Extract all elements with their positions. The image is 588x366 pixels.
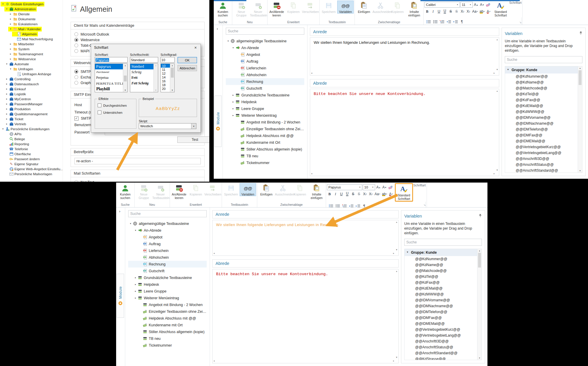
tree-expander-icon[interactable]: ▸ [5,98,8,100]
font-color-button[interactable]: A▾ [388,191,394,197]
nav-item-mail-nachverfolgung[interactable]: Mail Nachverfolgung [0,36,63,41]
increase-indent-button[interactable] [355,203,361,208]
double-strikethrough-button[interactable]: S [454,9,459,14]
nav-item-logistik[interactable]: ▸Logistik [0,91,63,96]
radio-icon[interactable] [74,75,78,79]
skript-combo[interactable]: Westlich▾ [139,123,196,129]
tree-expander-icon[interactable]: ▾ [1,3,4,5]
nav-item-produktion[interactable]: ▸Produktion [0,106,63,111]
change-case-button[interactable]: Aa▾ [374,191,381,197]
dialog-close-icon[interactable]: × [193,45,198,50]
numbered-list-button[interactable] [432,19,438,24]
tree-expander-icon[interactable]: ▸ [5,93,8,95]
style-list-item[interactable]: Standard [130,64,154,69]
superscript-button[interactable]: X2 [460,9,465,14]
inhalte-einf-gen-button[interactable]: Inhalte einfügen [308,183,325,200]
nav-item-controlling[interactable]: ▸Controlling [0,76,63,81]
bold-button[interactable]: B [327,191,332,197]
tree-expander-icon[interactable]: ▾ [5,8,8,10]
strikethrough-button[interactable]: S [350,191,356,197]
radio-icon[interactable] [74,81,78,85]
nav-item-qualit-tsmanagement[interactable]: ▸Qualitätsmanagement [0,111,63,116]
font-name-combo[interactable]: Papyrus▾ [327,184,362,190]
size-list-item[interactable]: 14 [161,75,170,79]
nav-item-reporting[interactable]: Reporting [0,141,63,146]
subscript-button[interactable]: X2 [466,9,471,14]
underline-button[interactable]: U [339,191,344,197]
font-list-item[interactable]: Parchment [95,69,123,75]
italic-button[interactable]: I [333,191,338,197]
radio-icon[interactable] [74,49,78,53]
tree-expander-icon[interactable]: ▾ [9,68,12,70]
tree-expander-icon[interactable]: ▸ [9,53,12,55]
superscript-button[interactable]: X2 [362,191,368,197]
radio-icon[interactable] [74,44,78,47]
nav-item-taskmanagment[interactable]: ▸Taskmanagment [0,51,63,56]
nav-item-webservice[interactable]: ▸Webservice [0,56,63,61]
font-name-input[interactable]: Papyrus [95,57,128,63]
nav-item-dienste[interactable]: ▸Dienste [0,11,63,16]
font-list-item[interactable]: Playbill [95,86,123,92]
multilevel-list-button[interactable] [341,203,348,208]
nav-item-apis[interactable]: APIs [0,131,63,136]
an-abrede-leeren-button[interactable]: An/Abrede leeren [268,1,285,17]
multilevel-list-button[interactable] [439,19,445,24]
underline-button[interactable]: U [436,9,442,14]
radio-icon[interactable] [74,38,78,42]
einf-gen-button[interactable]: Einfügen [258,183,275,196]
size-list[interactable]: 10111214161820▴▾ [161,63,175,92]
nav-item-einkauf[interactable]: ▸Einkauf [0,86,63,91]
font-list[interactable]: PapyrusParchmentPerpetuaPERPETUA TITLING… [95,63,128,92]
bullet-list-button[interactable] [328,203,334,208]
standard-schriftart-button[interactable]: AStandard Schriftart [492,1,509,17]
pilcrow-button[interactable]: ¶ [459,19,465,24]
shrink-font-button[interactable]: A▼ [382,185,387,190]
tree-expander-icon[interactable]: ▸ [9,43,12,45]
nav-item-mycentron[interactable]: ▸MyCentron [0,96,63,101]
font-style-input[interactable]: Standard [130,57,158,63]
nav-item-allgemein[interactable]: Allgemein [0,31,63,36]
size-list-item[interactable]: 10 [161,64,170,68]
subscript-button[interactable]: X2 [368,191,373,197]
tree-expander-icon[interactable]: ▾ [5,63,8,65]
clear-formatting-button[interactable] [388,185,394,190]
font-list-item[interactable]: Perpetua [95,75,123,81]
tree-expander-icon[interactable]: ▸ [5,118,8,120]
increase-indent-button[interactable] [452,19,459,24]
tree-expander-icon[interactable]: ▸ [5,108,8,110]
radio-webservice[interactable]: Webservice [74,37,201,43]
tree-expander-icon[interactable]: ▾ [9,28,12,30]
italic-button[interactable]: I [430,9,436,14]
kunden-suchen-button[interactable]: Kunden suchen [117,183,133,200]
tree-expander-icon[interactable]: ▸ [5,88,8,90]
font-list-item[interactable]: Papyrus [95,64,123,69]
bold-button[interactable]: B [425,9,430,14]
tree-expander-icon[interactable]: ▸ [9,13,12,15]
size-list-item[interactable]: 12 [161,71,170,75]
betreffpraefix-input[interactable] [74,158,201,164]
font-size-combo[interactable]: 10▾ [363,184,375,190]
highlight-color-button[interactable]: ab▾ [381,191,388,197]
smtp-test-button[interactable]: Test [177,136,209,143]
tree-expander-icon[interactable]: ▸ [5,113,8,115]
size-list-item[interactable]: 20 [161,87,170,91]
font-name-combo[interactable]: Calibri▾ [425,2,460,8]
nav-item-oberfl-che[interactable]: Oberfläche [0,151,63,156]
pilcrow-button[interactable]: ¶ [362,203,367,208]
size-list-item[interactable]: 16 [161,79,170,83]
tree-expander-icon[interactable]: ▾ [1,128,4,130]
font-list-item[interactable]: PERPETUA TITLING [95,81,123,86]
numbered-list-button[interactable] [335,203,341,208]
nav-item-passwordmanager[interactable]: ▸PasswordManager [0,101,63,106]
kunden-suchen-button[interactable]: Kunden suchen [215,1,231,17]
style-list-item[interactable]: Fett [130,75,154,81]
tree-expander-icon[interactable]: ▸ [5,123,8,125]
nav-item-mitarbeiter[interactable]: ▸Mitarbeiter [0,41,63,46]
abbrechen-button[interactable]: Abbrechen [178,65,197,71]
nav-item-eskalationen[interactable]: ▸Eskalationen [0,21,63,26]
nav-item-telefonie[interactable]: ☎Telefonie [0,146,63,151]
smtp-auth-checkbox[interactable]: ✓ [74,116,78,121]
nav-item-ticket[interactable]: ▸Ticket [0,116,63,121]
nav-item-eigene-web-angebot-einstellu[interactable]: Eigene Web-Angebot Einstellu... [0,166,63,171]
decrease-indent-button[interactable] [446,19,452,24]
